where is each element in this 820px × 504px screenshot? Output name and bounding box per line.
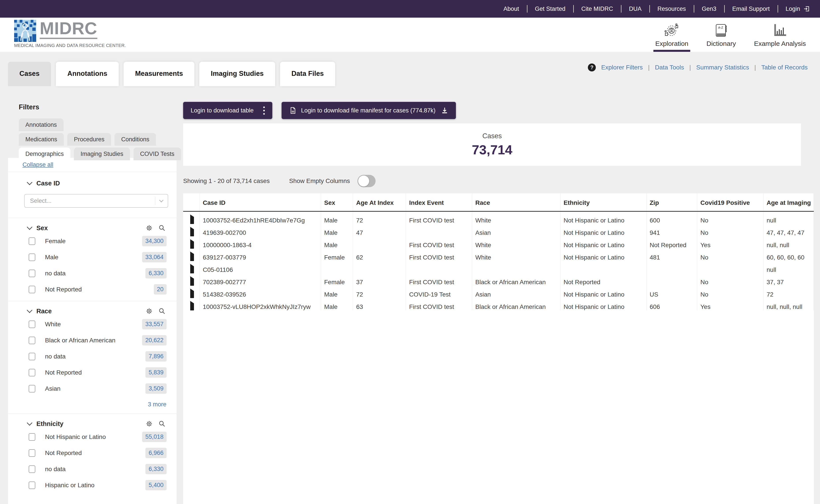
tab-measurements[interactable]: Measurements [123, 62, 194, 86]
midrc-logo[interactable]: MIDRC MEDICAL IMAGING AND DATA RESOURCE … [14, 20, 155, 48]
login-link[interactable]: Login [778, 0, 812, 18]
cell-age-at-imaging: 72 [764, 286, 814, 298]
expand-row-icon[interactable] [190, 289, 194, 298]
gear-icon[interactable] [146, 308, 153, 315]
cell-age-at-index: 37 [353, 273, 406, 286]
link-summary-statistics[interactable]: Summary Statistics [696, 64, 749, 71]
tab-imaging-studies[interactable]: Imaging Studies [199, 62, 275, 86]
cell-sex: Male [321, 236, 353, 249]
table-row[interactable]: 514382-039526 Male 72 COVID-19 Test Asia… [183, 286, 814, 298]
header-nav: Exploration A-Z Dictionary Example Analy… [654, 18, 808, 52]
nav-example-analysis[interactable]: Example Analysis [752, 18, 808, 52]
nav-exploration[interactable]: Exploration [654, 18, 690, 52]
expand-row-icon[interactable] [190, 239, 194, 249]
table-row[interactable]: C05-01106 null [183, 261, 814, 273]
filter-checkbox[interactable] [29, 482, 35, 489]
filter-checkbox[interactable] [29, 286, 35, 293]
filter-checkbox[interactable] [29, 465, 35, 473]
download-table-button[interactable]: Login to download table [183, 102, 272, 119]
link-data-tools[interactable]: Data Tools [655, 64, 684, 71]
filter-tab-demographics[interactable]: Demographics [19, 147, 70, 160]
chevron-down-icon[interactable] [159, 198, 163, 202]
filter-checkbox[interactable] [29, 337, 35, 344]
filter-tab-imaging-studies[interactable]: Imaging Studies [74, 147, 130, 160]
column-header[interactable]: Index Event [406, 193, 472, 211]
filter-checkbox[interactable] [29, 449, 35, 457]
filter-checkbox[interactable] [29, 353, 35, 360]
filter-checkbox[interactable] [29, 237, 35, 245]
collapse-all-link[interactable]: Collapse all [22, 161, 53, 168]
select-controls [155, 197, 168, 205]
table-row[interactable]: 702389-002777 Female 37 First COVID test… [183, 273, 814, 286]
link-table-of-records[interactable]: Table of Records [761, 64, 808, 71]
show-more-link[interactable]: 3 more [8, 397, 176, 410]
filter-tab-medications[interactable]: Medications [19, 133, 64, 146]
cell-ethnicity: Not Hispanic or Latino [560, 224, 647, 236]
column-header[interactable]: Case ID [200, 193, 321, 211]
expand-row-icon[interactable] [190, 252, 194, 261]
download-manifest-button[interactable]: Login to download file manifest for case… [282, 102, 456, 119]
cell-ethnicity: Not Hispanic or Latino [560, 298, 647, 310]
cell-index-event [406, 261, 472, 273]
gear-icon[interactable] [146, 224, 153, 231]
filter-checkbox[interactable] [29, 254, 35, 261]
cell-covid19-positive: No [697, 212, 764, 224]
expand-row-icon[interactable] [190, 276, 194, 286]
case-id-select[interactable]: Select... [24, 194, 168, 208]
table-row[interactable]: 419639-002700 Male 47 Asian Not Hispanic… [183, 224, 814, 236]
filter-tab-conditions[interactable]: Conditions [114, 133, 156, 146]
nav-exploration-label: Exploration [655, 40, 688, 47]
link-explorer-filters[interactable]: Explorer Filters [601, 64, 643, 71]
filter-checkbox[interactable] [29, 369, 35, 376]
show-empty-columns-toggle[interactable] [358, 175, 376, 187]
chevron-down-icon[interactable] [27, 307, 32, 313]
help-icon[interactable]: ? [588, 63, 596, 71]
filter-checkbox[interactable] [29, 385, 35, 392]
column-header[interactable]: Zip [647, 193, 697, 211]
filter-tab-procedures[interactable]: Procedures [67, 133, 111, 146]
chevron-down-icon[interactable] [27, 420, 32, 426]
top-nav-link[interactable]: Resources [650, 0, 694, 18]
table-row[interactable]: 10003752-6Ed2xh1hRE4DbIw7e7Gg Male 72 Fi… [183, 212, 814, 224]
column-header[interactable]: Sex [321, 193, 353, 211]
filter-tab-annotations[interactable]: Annotations [19, 118, 64, 131]
search-icon[interactable] [158, 420, 165, 427]
top-nav-link[interactable]: Gen3 [694, 0, 724, 18]
cell-zip [647, 261, 697, 273]
nav-dictionary[interactable]: A-Z Dictionary [705, 18, 738, 52]
expand-row-icon[interactable] [190, 264, 194, 273]
gear-icon[interactable] [146, 420, 153, 427]
kebab-menu-icon[interactable] [263, 106, 265, 115]
filter-checkbox[interactable] [29, 270, 35, 277]
top-nav-link[interactable]: Get Started [527, 0, 573, 18]
filter-checkbox[interactable] [29, 321, 35, 328]
top-nav-link[interactable]: Cite MIDRC [573, 0, 621, 18]
cell-covid19-positive: No [697, 224, 764, 236]
expand-row-icon[interactable] [190, 215, 194, 224]
tab-data-files[interactable]: Data Files [280, 62, 335, 86]
cell-index-event: First COVID test [406, 273, 472, 286]
chevron-down-icon[interactable] [27, 224, 32, 230]
column-header[interactable]: Age At Index [353, 193, 406, 211]
top-nav-link[interactable]: Email Support [724, 0, 778, 18]
table-row[interactable]: 639127-003779 Female 62 First COVID test… [183, 249, 814, 261]
filter-option-label: Not Reported [45, 286, 82, 293]
search-icon[interactable] [158, 308, 165, 315]
expand-row-icon[interactable] [190, 301, 194, 310]
top-nav-link[interactable]: About [496, 0, 527, 18]
cell-age-at-imaging: null [764, 261, 814, 273]
tab-cases[interactable]: Cases [8, 62, 51, 86]
filter-tab-covid-tests[interactable]: COVID Tests [133, 147, 181, 160]
table-row[interactable]: 10000000-1863-4 Male First COVID test Wh… [183, 236, 814, 249]
column-header[interactable]: Covid19 Positive [697, 193, 764, 211]
top-nav-link[interactable]: DUA [621, 0, 650, 18]
filter-checkbox[interactable] [29, 433, 35, 441]
column-header[interactable]: Age at Imaging [764, 193, 814, 211]
table-row[interactable]: 10003752-vLU8HOP2xkWhkNyJIz7ryw Male 63 … [183, 298, 814, 310]
chevron-down-icon[interactable] [27, 179, 32, 185]
column-header[interactable]: Race [472, 193, 560, 211]
search-icon[interactable] [158, 224, 165, 231]
column-header[interactable]: Ethnicity [560, 193, 647, 211]
expand-row-icon[interactable] [190, 227, 194, 236]
tab-annotations[interactable]: Annotations [56, 62, 119, 86]
